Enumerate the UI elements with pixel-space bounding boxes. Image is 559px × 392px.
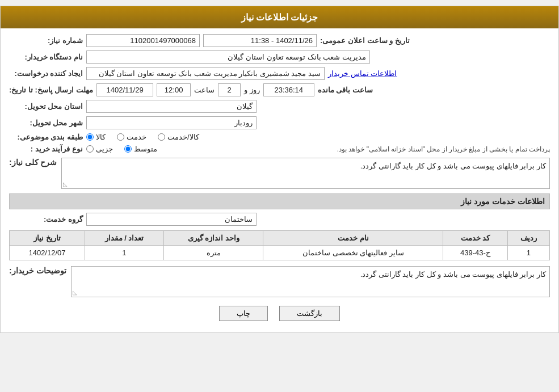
delivery-city-value: رودبار bbox=[86, 116, 257, 129]
cell-unit: متره bbox=[163, 246, 263, 260]
buyer-desc-label: توضیحات خریدار: bbox=[9, 266, 66, 275]
table-row: 1 ج-43-439 سایر فعالیتهای تخصصی ساختمان … bbox=[10, 246, 550, 260]
delivery-province-value: گیلان bbox=[86, 100, 257, 113]
announce-date-value: 1402/11/26 - 11:38 bbox=[203, 34, 317, 47]
creator-value: سید مجید شمشیری بانکیار مدیریت شعب بانک … bbox=[86, 67, 325, 80]
col-header-code: کد خدمت bbox=[443, 231, 507, 246]
category-option-3[interactable]: کالا/خدمت bbox=[158, 133, 199, 141]
delivery-city-label: شهر محل تحویل: bbox=[9, 119, 83, 127]
response-deadline-label: مهلت ارسال پاسخ: تا تاریخ: bbox=[9, 86, 93, 94]
cell-date: 1402/12/07 bbox=[10, 246, 85, 260]
buyer-resize-handle: ◺ bbox=[73, 289, 77, 296]
service-group-value: ساختمان bbox=[86, 213, 257, 226]
cell-name: سایر فعالیتهای تخصصی ساختمان bbox=[263, 246, 443, 260]
need-description-box: کار برابر فایلهای پیوست می باشد و کل کار… bbox=[61, 158, 550, 189]
back-button[interactable]: بازگشت bbox=[279, 306, 340, 321]
need-description-value: کار برابر فایلهای پیوست می باشد و کل کار… bbox=[360, 162, 546, 170]
contact-info-link[interactable]: اطلاعات تماس خریدار bbox=[328, 69, 397, 78]
response-day-label: روز و bbox=[244, 86, 260, 94]
buyer-desc-value: کار برابر فایلهای پیوست می باشد و کل کار… bbox=[360, 270, 546, 279]
cell-qty: 1 bbox=[85, 246, 163, 260]
need-description-label: شرح کلی نیاز: bbox=[9, 158, 57, 167]
announce-date-label: تاریخ و ساعت اعلان عمومی: bbox=[320, 36, 410, 45]
col-header-date: تاریخ نیاز bbox=[10, 231, 85, 246]
need-number-value: 1102001497000068 bbox=[86, 34, 200, 47]
response-remaining-label: ساعت باقی مانده bbox=[318, 86, 373, 94]
cell-code: ج-43-439 bbox=[443, 246, 507, 260]
resize-handle: ◺ bbox=[63, 181, 68, 187]
category-option-2[interactable]: خدمت bbox=[117, 133, 146, 141]
print-button[interactable]: چاپ bbox=[219, 306, 268, 321]
need-number-label: شماره نیاز: bbox=[9, 36, 83, 45]
response-time-value: 12:00 bbox=[157, 83, 191, 96]
purchase-type-option-1[interactable]: جزیی bbox=[86, 145, 113, 153]
col-header-row: ردیف bbox=[507, 231, 549, 246]
creator-label: ایجاد کننده درخواست: bbox=[9, 69, 83, 78]
services-table: ردیف کد خدمت نام خدمت واحد اندازه گیری ت… bbox=[9, 230, 550, 260]
category-option-1[interactable]: کالا bbox=[86, 133, 106, 141]
col-header-name: نام خدمت bbox=[263, 231, 443, 246]
buyer-org-value: مدیریت شعب بانک توسعه تعاون استان گیلان bbox=[86, 50, 370, 64]
buyer-desc-box: کار برابر فایلهای پیوست می باشد و کل کار… bbox=[71, 266, 550, 297]
cell-row: 1 bbox=[507, 246, 549, 260]
col-header-qty: تعداد / مقدار bbox=[85, 231, 163, 246]
response-time-label: ساعت bbox=[194, 86, 215, 94]
buyer-org-label: نام دستگاه خریدار: bbox=[9, 53, 83, 61]
purchase-type-option-2[interactable]: متوسط bbox=[124, 145, 157, 153]
page-title: جزئیات اطلاعات نیاز bbox=[1, 6, 558, 28]
col-header-unit: واحد اندازه گیری bbox=[163, 231, 263, 246]
delivery-province-label: استان محل تحویل: bbox=[9, 102, 83, 111]
response-day-value: 2 bbox=[218, 83, 241, 96]
category-label: طبقه بندی موضوعی: bbox=[9, 133, 83, 141]
response-date-value: 1402/11/29 bbox=[96, 83, 153, 96]
services-section-label: اطلاعات خدمات مورد نیاز bbox=[9, 193, 550, 209]
service-group-label: گروه خدمت: bbox=[9, 215, 83, 224]
purchase-type-label: نوع فرآیند خرید : bbox=[9, 145, 83, 153]
purchase-type-desc: پرداخت تمام یا بخشی از مبلغ خریدار از مح… bbox=[161, 145, 550, 153]
response-remaining-value: 23:36:14 bbox=[263, 83, 314, 96]
